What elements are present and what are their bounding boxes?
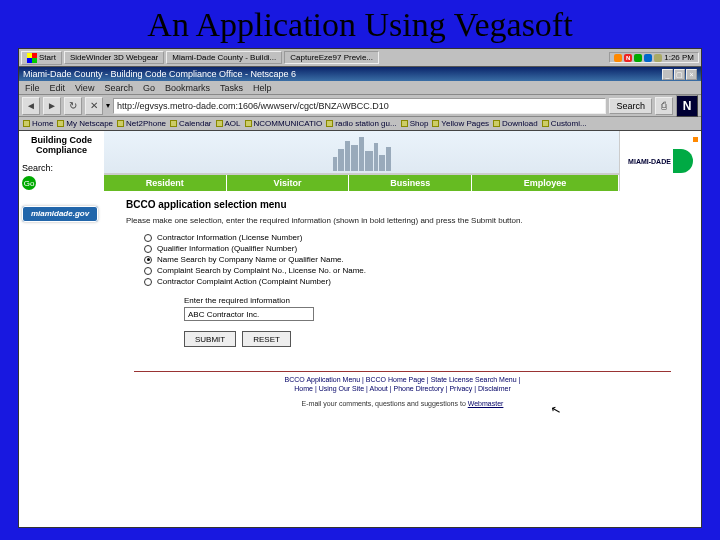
bookmark-icon [170, 120, 177, 127]
radio-icon[interactable] [144, 278, 152, 286]
radio-label: Complaint Search by Complaint No., Licen… [157, 266, 366, 275]
reset-button[interactable]: RESET [242, 331, 291, 347]
sidebar-heading: Building Code Compliance [22, 135, 101, 155]
maximize-button[interactable]: ▢ [674, 69, 685, 80]
radio-row[interactable]: Name Search by Company Name or Qualifier… [144, 255, 701, 264]
menu-item[interactable]: View [75, 83, 94, 93]
menu-item[interactable]: Tasks [220, 83, 243, 93]
minimize-button[interactable]: _ [662, 69, 673, 80]
radio-row[interactable]: Complaint Search by Complaint No., Licen… [144, 266, 701, 275]
start-label: Start [39, 53, 56, 62]
browser-navbar: ◄ ► ↻ ✕ ▾ Search ⎙ N [19, 95, 701, 117]
forward-button[interactable]: ► [43, 97, 61, 115]
email-prefix: E-mail your comments, questions and sugg… [302, 400, 468, 407]
radio-icon[interactable] [144, 256, 152, 264]
bookmark-icon [216, 120, 223, 127]
browser-menubar: File Edit View Search Go Bookmarks Tasks… [19, 81, 701, 95]
footer-links-row1[interactable]: BCCO Application Menu | BCCO Home Page |… [134, 371, 671, 383]
url-wrap: ▾ Search [106, 98, 652, 114]
radio-row[interactable]: Contractor Complaint Action (Complaint N… [144, 277, 701, 286]
bookmark-bar: Home My Netscape Net2Phone Calendar AOL … [19, 117, 701, 131]
footer-links-row2[interactable]: Home | Using Our Site | About | Phone Di… [134, 385, 671, 392]
bookmark-icon [542, 120, 549, 127]
submit-button[interactable]: SUBMIT [184, 331, 236, 347]
bookmark-item[interactable]: Shop [401, 119, 429, 128]
radio-row[interactable]: Qualifier Information (Qualifier Number) [144, 244, 701, 253]
tab-resident[interactable]: Resident [104, 175, 227, 191]
browser-titlebar: Miami-Dade County - Building Code Compli… [19, 67, 701, 81]
stop-button[interactable]: ✕ [85, 97, 103, 115]
bookmark-label: NCOMMUNICATIO [254, 119, 323, 128]
required-info-input[interactable] [184, 307, 314, 321]
menu-item[interactable]: Go [143, 83, 155, 93]
bookmark-item[interactable]: NCOMMUNICATIO [245, 119, 323, 128]
sidebar-go-button[interactable]: Go [22, 176, 36, 190]
windows-taskbar: Start SideWinder 3D Webgear Miami-Dade C… [19, 49, 701, 67]
page-content: Building Code Compliance Search: Go miam… [19, 131, 701, 527]
url-input[interactable] [113, 98, 606, 114]
start-button[interactable]: Start [21, 51, 62, 65]
bookmark-item[interactable]: Home [23, 119, 53, 128]
taskbar-app-button[interactable]: CaptureEze97 Previe... [284, 51, 379, 64]
bookmark-item[interactable]: Net2Phone [117, 119, 166, 128]
webmaster-link[interactable]: Webmaster [468, 400, 504, 407]
radio-label: Name Search by Company Name or Qualifier… [157, 255, 344, 264]
radio-row[interactable]: Contractor Information (License Number) [144, 233, 701, 242]
menu-item[interactable]: Bookmarks [165, 83, 210, 93]
tray-icon[interactable] [644, 54, 652, 62]
bookmark-item[interactable]: Calendar [170, 119, 211, 128]
system-tray: N 1:26 PM [609, 52, 699, 63]
miamidade-banner[interactable]: miamidade.gov [22, 206, 98, 222]
bookmark-label: Calendar [179, 119, 211, 128]
bookmark-icon [23, 120, 30, 127]
taskbar-app-button[interactable]: Miami-Dade County - Buildi... [166, 51, 282, 64]
screenshot-window: Start SideWinder 3D Webgear Miami-Dade C… [18, 48, 702, 528]
portal-tabs: Resident Visitor Business Employee [104, 175, 619, 191]
bookmark-item[interactable]: My Netscape [57, 119, 113, 128]
radio-icon[interactable] [144, 267, 152, 275]
bookmark-label: Yellow Pages [441, 119, 489, 128]
bookmark-icon [326, 120, 333, 127]
hero-banner [104, 131, 619, 175]
bookmark-item[interactable]: Download [493, 119, 538, 128]
tab-visitor[interactable]: Visitor [227, 175, 350, 191]
bookmark-item[interactable]: radio station gu... [326, 119, 396, 128]
bookmark-item[interactable]: Customi... [542, 119, 587, 128]
sidebar-search-label: Search: [22, 163, 101, 173]
tray-icon[interactable] [614, 54, 622, 62]
search-button[interactable]: Search [609, 98, 652, 114]
radio-label: Qualifier Information (Qualifier Number) [157, 244, 297, 253]
bookmark-item[interactable]: Yellow Pages [432, 119, 489, 128]
tray-icon[interactable]: N [624, 54, 632, 62]
taskbar-app-button[interactable]: SideWinder 3D Webgear [64, 51, 164, 64]
menu-item[interactable]: Search [104, 83, 133, 93]
print-button[interactable]: ⎙ [655, 97, 673, 115]
menu-item[interactable]: Edit [50, 83, 66, 93]
main-pane: Resident Visitor Business Employee MIAMI… [104, 131, 701, 527]
slide-title: An Application Using Vegasoft [0, 0, 720, 48]
footer-email-line: E-mail your comments, questions and sugg… [134, 400, 671, 407]
bookmark-label: radio station gu... [335, 119, 396, 128]
radio-icon[interactable] [144, 245, 152, 253]
url-dropdown-icon[interactable]: ▾ [106, 101, 110, 110]
tab-employee[interactable]: Employee [472, 175, 619, 191]
radio-label: Contractor Complaint Action (Complaint N… [157, 277, 331, 286]
bookmark-label: Shop [410, 119, 429, 128]
instruction-text: Please make one selection, enter the req… [126, 216, 679, 225]
menu-item[interactable]: Help [253, 83, 272, 93]
windows-logo-icon [27, 53, 37, 63]
bookmark-item[interactable]: AOL [216, 119, 241, 128]
tray-icon[interactable] [654, 54, 662, 62]
skyline-graphic [104, 131, 619, 173]
tab-business[interactable]: Business [349, 175, 472, 191]
tray-icon[interactable] [634, 54, 642, 62]
back-button[interactable]: ◄ [22, 97, 40, 115]
close-button[interactable]: × [686, 69, 697, 80]
bookmark-label: My Netscape [66, 119, 113, 128]
reload-button[interactable]: ↻ [64, 97, 82, 115]
netscape-logo-icon: N [676, 95, 698, 117]
option-radio-group: Contractor Information (License Number) … [144, 233, 701, 286]
radio-icon[interactable] [144, 234, 152, 242]
menu-item[interactable]: File [25, 83, 40, 93]
brand-text: MIAMI-DADE [628, 158, 671, 165]
